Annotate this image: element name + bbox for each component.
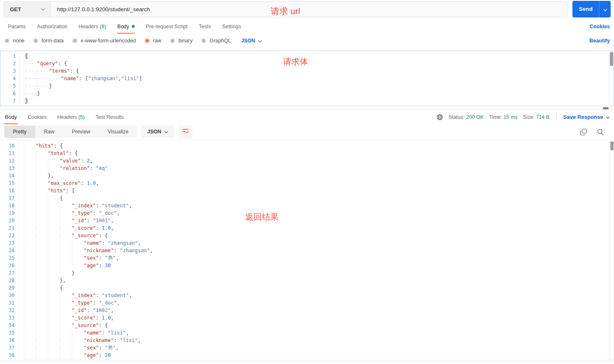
response-format-select[interactable]: JSON bbox=[141, 125, 174, 138]
line-number: 28 bbox=[0, 277, 18, 284]
response-meta-row: BodyCookiesHeaders (5)Test Results Statu… bbox=[0, 110, 614, 124]
cookies-link[interactable]: Cookies bbox=[589, 24, 610, 30]
code-line: 13 "relation": "eq" bbox=[0, 165, 614, 172]
tab-headers[interactable]: Headers (8) bbox=[75, 20, 110, 34]
request-editor-hscrollbar[interactable] bbox=[0, 106, 614, 110]
code-content: "age": 30 bbox=[18, 262, 111, 269]
wrap-text-button[interactable] bbox=[178, 125, 192, 139]
code-content: { bbox=[20, 52, 28, 60]
code-line: 33 "_score": 1.0, bbox=[0, 314, 614, 322]
code-content: "_source": { bbox=[18, 232, 108, 239]
body-mode-none[interactable]: none bbox=[4, 38, 25, 44]
code-line: 6····} bbox=[0, 90, 614, 97]
code-content: "_score": 1.0, bbox=[18, 224, 114, 232]
tab-cookies[interactable]: Cookies bbox=[27, 110, 47, 124]
body-mode-raw[interactable]: raw bbox=[144, 38, 161, 44]
tab-params[interactable]: Params bbox=[4, 20, 30, 34]
body-mode-x-www-form-urlencoded[interactable]: x-www-form-urlencoded bbox=[72, 38, 136, 44]
scrollbar-thumb[interactable] bbox=[610, 141, 614, 150]
code-line: 5········} bbox=[0, 82, 614, 90]
code-line: 17 { bbox=[0, 194, 614, 202]
code-content: ········} bbox=[20, 82, 52, 90]
request-body-editor[interactable]: 1{2····"query": {3········"terms": {4···… bbox=[0, 51, 614, 106]
annotation-request-url: 请求 url bbox=[271, 5, 300, 17]
tab-label: Headers bbox=[79, 24, 98, 30]
view-tab-visualize[interactable]: Visualize bbox=[99, 125, 137, 138]
code-line: 21 "_score": 1.0, bbox=[0, 224, 614, 232]
tab-authorization[interactable]: Authorization bbox=[33, 20, 71, 34]
copy-icon[interactable] bbox=[580, 128, 587, 135]
send-options-button[interactable] bbox=[599, 1, 611, 17]
tab-settings[interactable]: Settings bbox=[218, 20, 244, 34]
line-number: 19 bbox=[0, 209, 18, 217]
tab-test-results[interactable]: Test Results bbox=[95, 110, 125, 124]
body-modified-dot bbox=[132, 25, 135, 28]
code-content: "name": "lisi", bbox=[18, 329, 129, 337]
method-select[interactable]: GET bbox=[4, 2, 51, 17]
line-number: 10 bbox=[0, 142, 18, 150]
code-line: 15 "max_score": 1.0, bbox=[0, 180, 614, 187]
tab-label: Pre-request Script bbox=[146, 24, 188, 30]
code-content: "_index": "student", bbox=[18, 292, 132, 299]
beautify-link[interactable]: Beautify bbox=[589, 38, 610, 44]
tab-label: Body bbox=[5, 114, 17, 120]
send-button[interactable]: Send bbox=[572, 1, 599, 17]
code-content: "_source": { bbox=[18, 322, 108, 329]
body-mode-binary[interactable]: binary bbox=[170, 38, 192, 44]
code-content: "relation": "eq" bbox=[18, 165, 108, 172]
code-content: "sex": "男", bbox=[18, 344, 119, 352]
annotation-request-body: 请求体 bbox=[283, 56, 308, 67]
body-mode-form-data[interactable]: form-data bbox=[33, 38, 64, 44]
search-icon[interactable] bbox=[597, 128, 604, 135]
tab-count-badge: (5) bbox=[77, 114, 85, 120]
response-body-viewer[interactable]: 10 "hits": {11 "total": {12 "value": 2,1… bbox=[0, 140, 614, 360]
response-scrollbar[interactable] bbox=[609, 140, 614, 360]
view-tab-raw[interactable]: Raw bbox=[35, 125, 63, 138]
tab-label: Headers bbox=[57, 114, 77, 120]
code-content: "_id": "1002", bbox=[18, 307, 114, 314]
body-mode-graphql[interactable]: GraphQL bbox=[201, 38, 231, 44]
line-number: 3 bbox=[0, 67, 20, 75]
save-response-button[interactable]: Save Response bbox=[563, 114, 610, 120]
code-content: "hits": { bbox=[18, 142, 63, 150]
code-content: "_type": "_doc", bbox=[18, 299, 120, 307]
radio-icon bbox=[201, 38, 207, 44]
code-line: 3········"terms": { bbox=[0, 67, 614, 75]
response-code-lines: 10 "hits": {11 "total": {12 "value": 2,1… bbox=[0, 142, 614, 359]
line-number: 14 bbox=[0, 172, 18, 180]
globe-icon[interactable] bbox=[436, 114, 443, 121]
tab-headers[interactable]: Headers (5) bbox=[57, 110, 86, 124]
mode-label: none bbox=[13, 38, 25, 44]
line-number: 25 bbox=[0, 254, 18, 262]
code-content: "nickname": "lisi", bbox=[18, 337, 141, 344]
body-format-label: JSON bbox=[241, 38, 255, 44]
line-number: 12 bbox=[0, 157, 18, 165]
code-line: 7} bbox=[0, 97, 614, 105]
mode-label: form-data bbox=[42, 38, 64, 44]
line-number: 29 bbox=[0, 284, 18, 292]
url-input[interactable]: http://127.0.0.1:9200/student/_search bbox=[51, 2, 567, 17]
view-tab-pretty[interactable]: Pretty bbox=[4, 125, 35, 138]
line-number: 27 bbox=[0, 269, 18, 277]
code-line: 23 "name": "zhangsan", bbox=[0, 239, 614, 247]
tab-body[interactable]: Body bbox=[113, 20, 138, 34]
line-number: 32 bbox=[0, 307, 18, 314]
request-editor-scrollbar[interactable] bbox=[609, 51, 614, 106]
tab-pre-request-script[interactable]: Pre-request Script bbox=[142, 20, 192, 34]
code-content: ············"name": ["zhangsan","lisi"] bbox=[20, 75, 142, 82]
scrollbar-thumb[interactable] bbox=[603, 107, 609, 109]
tab-tests[interactable]: Tests bbox=[195, 20, 215, 34]
tab-body[interactable]: Body bbox=[4, 110, 18, 124]
body-format-select[interactable]: JSON bbox=[241, 38, 262, 44]
response-view-tabs: PrettyRawPreviewVisualize bbox=[4, 125, 137, 138]
view-tab-preview[interactable]: Preview bbox=[63, 125, 99, 138]
scrollbar-thumb[interactable] bbox=[610, 52, 613, 66]
response-hscrollbar[interactable] bbox=[0, 360, 614, 364]
code-line: 27 } bbox=[0, 269, 614, 277]
line-number: 24 bbox=[0, 247, 18, 254]
code-content: "name": "zhangsan", bbox=[18, 239, 141, 247]
response-status: Status: 200 OK bbox=[449, 114, 484, 120]
body-mode-row: noneform-datax-www-form-urlencodedrawbin… bbox=[0, 34, 614, 47]
chevron-down-icon bbox=[606, 114, 610, 120]
line-number: 5 bbox=[0, 82, 20, 90]
